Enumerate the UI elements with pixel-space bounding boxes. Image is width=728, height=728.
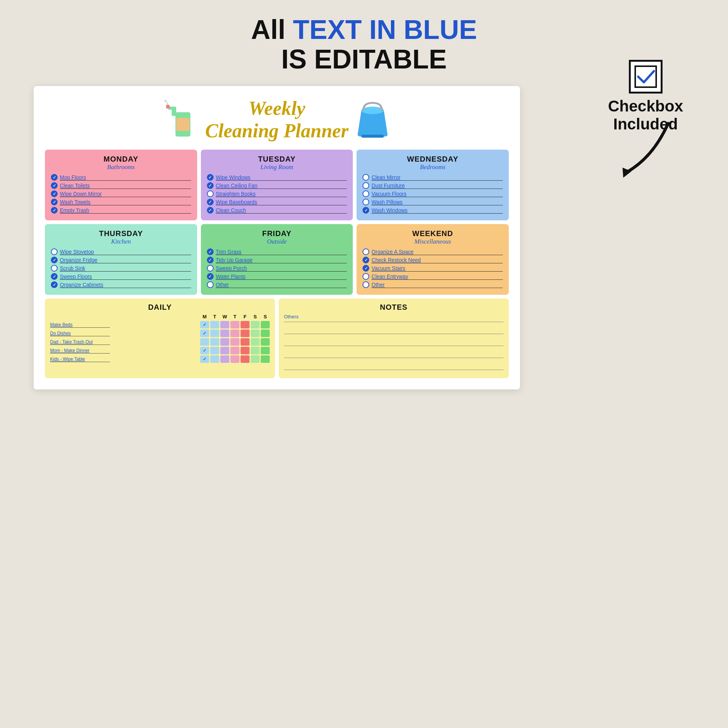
task-checkbox[interactable] [362, 281, 369, 288]
daily-cell[interactable] [251, 321, 260, 329]
svg-rect-3 [176, 118, 190, 131]
task-checkbox[interactable] [362, 273, 369, 280]
task-checkbox[interactable] [207, 174, 214, 181]
daily-cell[interactable] [231, 347, 239, 354]
task-checkbox[interactable] [207, 190, 214, 197]
daily-cell[interactable] [240, 338, 249, 346]
wednesday-title: WEDNESDAY [362, 155, 503, 164]
daily-cell[interactable] [261, 338, 270, 346]
daily-cell[interactable] [231, 330, 239, 337]
daily-cell[interactable] [210, 355, 219, 363]
task-item: Sweep Porch [207, 265, 347, 272]
wednesday-subtitle: Bedrooms [362, 164, 503, 171]
task-checkbox[interactable] [51, 207, 58, 214]
task-checkbox[interactable] [207, 281, 214, 288]
banner-line2: IS EDITABLE [251, 44, 477, 74]
task-checkbox[interactable] [362, 182, 369, 189]
daily-cell[interactable] [240, 321, 249, 329]
task-label: Dust Furniture [372, 182, 503, 189]
task-checkbox[interactable] [51, 182, 58, 189]
monday-box: MONDAY Bathrooms Mop Floors Clean Toilet… [45, 150, 197, 220]
notes-line-5 [284, 362, 503, 370]
task-label: Clean Toilets [60, 182, 191, 189]
daily-cell[interactable] [240, 347, 249, 354]
daily-cells [110, 338, 270, 346]
daily-label-wipe-table: Kids - Wipe Table [50, 356, 110, 362]
daily-cell[interactable] [261, 330, 270, 337]
daily-cell[interactable] [251, 347, 260, 354]
task-checkbox[interactable] [51, 174, 58, 181]
daily-cell[interactable] [210, 347, 219, 354]
daily-cell[interactable] [240, 355, 249, 363]
bottom-grid: DAILY M T W T F S S Make Beds ✓ [45, 298, 509, 378]
task-checkbox[interactable] [362, 257, 369, 263]
daily-cell[interactable] [220, 355, 229, 363]
daily-cell[interactable] [261, 347, 270, 354]
daily-cell[interactable] [261, 355, 270, 363]
daily-cell[interactable] [210, 330, 219, 337]
task-item: Wipe Down Mirror [51, 190, 191, 197]
task-checkbox[interactable] [362, 265, 369, 272]
daily-row-dinner: Mom - Make Dinner ✓ [50, 347, 270, 354]
daily-cell[interactable] [251, 330, 260, 337]
daily-cell[interactable] [210, 338, 219, 346]
daily-cell[interactable] [231, 338, 239, 346]
daily-cell[interactable] [231, 321, 239, 329]
task-checkbox[interactable] [362, 207, 369, 214]
weekend-title: WEEKEND [362, 229, 503, 238]
task-checkbox[interactable] [362, 248, 369, 255]
daily-cell[interactable]: ✓ [200, 347, 209, 354]
daily-cell[interactable] [200, 338, 209, 346]
task-checkbox[interactable] [51, 273, 58, 280]
task-item: Trim Grass [207, 248, 347, 255]
task-checkbox[interactable] [51, 199, 58, 205]
task-checkbox[interactable] [207, 265, 214, 272]
task-item: Clean Toilets [51, 182, 191, 189]
tuesday-subtitle: Living Room [207, 164, 347, 171]
daily-cell[interactable] [220, 347, 229, 354]
daily-cells: ✓ [110, 347, 270, 354]
task-label: Check Restock Need [372, 257, 503, 263]
task-checkbox[interactable] [207, 257, 214, 263]
daily-cell[interactable]: ✓ [200, 330, 209, 337]
task-checkbox[interactable] [51, 281, 58, 288]
task-checkbox[interactable] [207, 248, 214, 255]
task-checkbox[interactable] [362, 174, 369, 181]
friday-title: FRIDAY [207, 229, 347, 238]
friday-subtitle: Outside [207, 238, 347, 245]
task-checkbox[interactable] [51, 190, 58, 197]
task-label: Other [216, 282, 347, 288]
daily-cell[interactable] [210, 321, 219, 329]
task-checkbox[interactable] [362, 190, 369, 197]
daily-label-dinner: Mom - Make Dinner [50, 348, 110, 353]
tuesday-box: TUESDAY Living Room Wipe Windows Clean C… [201, 150, 353, 220]
daily-cell[interactable]: ✓ [200, 321, 209, 329]
daily-cell[interactable] [220, 330, 229, 337]
daily-cell[interactable]: ✓ [200, 355, 209, 363]
task-checkbox[interactable] [207, 199, 214, 205]
task-item: Organize A Space [362, 248, 503, 255]
daily-cell[interactable] [220, 338, 229, 346]
daily-cell[interactable] [220, 321, 229, 329]
task-checkbox[interactable] [362, 199, 369, 205]
days-grid: MONDAY Bathrooms Mop Floors Clean Toilet… [45, 150, 509, 295]
task-checkbox[interactable] [207, 182, 214, 189]
task-checkbox[interactable] [207, 273, 214, 280]
daily-cell[interactable] [240, 330, 249, 337]
task-checkbox[interactable] [51, 248, 58, 255]
daily-cell[interactable] [261, 321, 270, 329]
banner-line1-black: All [251, 15, 293, 44]
task-checkbox[interactable] [51, 257, 58, 263]
task-checkbox[interactable] [207, 207, 214, 214]
daily-cell[interactable] [251, 338, 260, 346]
daily-cell[interactable] [231, 355, 239, 363]
task-label: Clean Ceiling Fan [216, 182, 347, 189]
task-checkbox[interactable] [51, 265, 58, 272]
task-item: Empty Trash [51, 207, 191, 214]
daily-cell[interactable] [251, 355, 260, 363]
task-label: Straighten Books [216, 191, 347, 197]
task-item: Straighten Books [207, 190, 347, 197]
task-item: Wash Pillows [362, 199, 503, 205]
planner-title: WeeklyCleaning Planner [205, 97, 349, 142]
planner-card: WeeklyCleaning Planner MONDAY Bathrooms … [34, 86, 520, 390]
